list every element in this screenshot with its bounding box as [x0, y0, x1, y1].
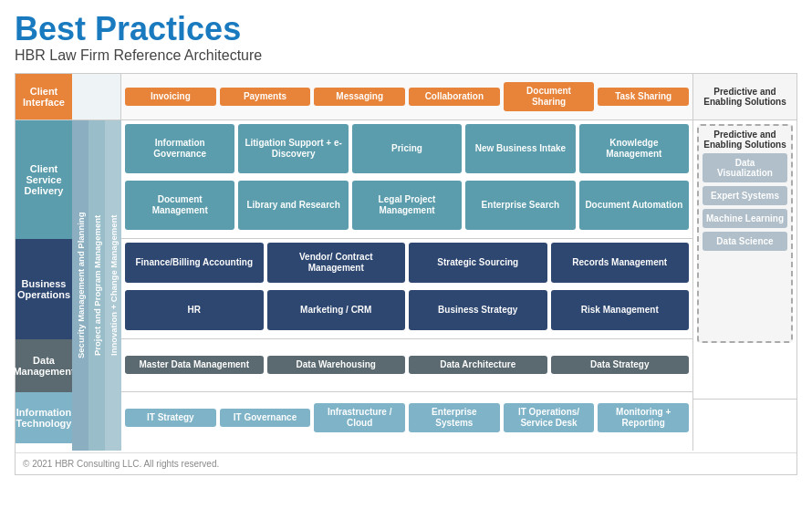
title: Best Practices — [15, 11, 797, 47]
box-enterprise-sys: Enterprise Systems — [409, 403, 500, 432]
box-vendor: Vendor/ Contract Management — [267, 243, 406, 283]
box-strategic: Strategic Sourcing — [409, 243, 547, 283]
pred-data-viz: Data Visualization — [703, 153, 787, 182]
box-info-gov: Information Governance — [125, 124, 234, 173]
box-pricing: Pricing — [352, 124, 462, 173]
box-records: Records Management — [551, 243, 690, 283]
predictive-header-label: Predictive andEnabling Solutions — [703, 87, 786, 107]
data-mgmt-label: Data Management — [16, 339, 72, 392]
it-content: IT Strategy IT Governance Infrastructure… — [121, 392, 692, 443]
box-master-data: Master Data Management — [125, 356, 264, 374]
it-label: Information Technology — [16, 392, 72, 443]
box-legal-pm: Legal Project Management — [352, 181, 462, 230]
data-mgmt-content: Master Data Management Data Warehousing … — [121, 339, 692, 392]
predictive-panel: Predictive and Enabling Solutions Data V… — [697, 124, 793, 343]
box-messaging: Messaging — [314, 88, 405, 106]
vspan1: Security Management and Planning — [72, 120, 88, 451]
box-finance: Finance/Billing Accounting — [125, 243, 264, 283]
box-data-arch: Data Architecture — [409, 356, 547, 374]
box-data-warehousing: Data Warehousing — [267, 356, 406, 374]
subtitle: HBR Law Firm Reference Architecture — [15, 47, 797, 64]
diagram: Client Interface Invoicing Payments Mess… — [15, 73, 797, 475]
box-marketing: Marketing / CRM — [267, 290, 406, 330]
predictive-title: Predictive and Enabling Solutions — [703, 130, 787, 150]
box-data-strategy: Data Strategy — [551, 356, 690, 374]
business-ops-label: Business Operations — [16, 239, 72, 339]
box-payments: Payments — [220, 88, 311, 106]
pred-expert-sys: Expert Systems — [703, 186, 787, 205]
pred-data-science: Data Science — [703, 232, 787, 251]
box-doc-mgmt: Document Management — [125, 181, 234, 230]
box-document-sharing: Document Sharing — [504, 82, 595, 111]
box-litigation: Litigation Support + e-Discovery — [238, 124, 348, 173]
box-it-gov: IT Governance — [220, 409, 311, 427]
box-biz-strategy: Business Strategy — [409, 290, 547, 330]
vspan-innovation: Innovation + Change Management — [105, 120, 121, 451]
box-collaboration: Collaboration — [409, 88, 500, 106]
row-labels-col: Client Service Delivery Business Operati… — [16, 120, 72, 451]
vspan-security: Security Management and Planning — [72, 120, 88, 451]
vspan3: Innovation + Change Management — [105, 120, 121, 451]
client-interface-row: Client Interface Invoicing Payments Mess… — [16, 74, 796, 119]
box-invoicing: Invoicing — [125, 88, 216, 106]
box-knowledge: Knowledge Management — [579, 124, 689, 173]
page: Best Practices HBR Law Firm Reference Ar… — [0, 0, 812, 483]
predictive-panel-col: Predictive and Enabling Solutions Data V… — [692, 120, 796, 451]
pred-machine-learning: Machine Learning — [703, 209, 787, 228]
box-it-strategy: IT Strategy — [125, 409, 216, 427]
box-enterprise-search: Enterprise Search — [465, 181, 575, 230]
client-interface-label: Client Interface — [16, 74, 72, 119]
content-rows: Information Governance Litigation Suppor… — [121, 120, 692, 451]
box-task-sharing: Task Sharing — [598, 88, 689, 106]
business-ops-content: Finance/Billing Accounting Vendor/ Contr… — [121, 239, 692, 339]
box-infra: Infrastructure / Cloud — [314, 403, 405, 432]
client-service-label: Client Service Delivery — [16, 120, 72, 239]
client-service-content: Information Governance Litigation Suppor… — [121, 120, 692, 239]
box-risk: Risk Management — [551, 290, 690, 330]
middle-section: Client Service Delivery Business Operati… — [16, 120, 796, 451]
box-it-ops: IT Operations/ Service Desk — [504, 403, 595, 432]
box-doc-auto: Document Automation — [579, 181, 689, 230]
footer: © 2021 HBR Consulting LLC. All rights re… — [16, 452, 796, 474]
vspan-project: Project and Program Management — [88, 120, 105, 451]
box-hr: HR — [125, 290, 264, 330]
box-new-biz: New Business Intake — [465, 124, 575, 173]
box-monitoring: Monitoring + Reporting — [598, 403, 689, 432]
vspan2: Project and Program Management — [88, 120, 105, 451]
box-library: Library and Research — [238, 181, 348, 230]
